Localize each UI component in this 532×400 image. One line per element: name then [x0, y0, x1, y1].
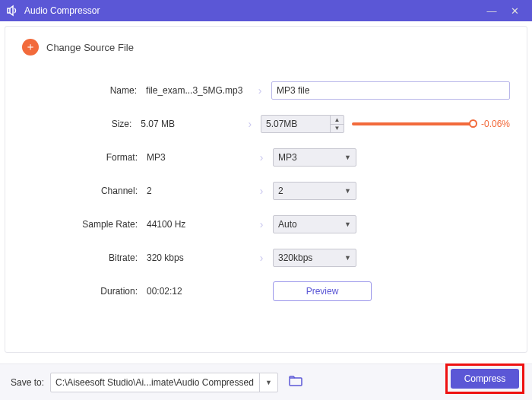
bitrate-select[interactable]: 320kbps ▼	[273, 249, 356, 267]
arrow-icon: ›	[239, 118, 260, 130]
arrow-icon: ›	[249, 84, 271, 97]
size-spinner-value: 5.07MB	[266, 119, 297, 129]
chevron-down-icon[interactable]: ▼	[259, 373, 277, 392]
arrow-icon: ›	[250, 218, 273, 230]
arrow-icon: ›	[250, 151, 273, 163]
svg-rect-1	[290, 378, 302, 386]
channel-select-value: 2	[278, 186, 283, 196]
chevron-down-icon: ▼	[344, 183, 351, 199]
chevron-down-icon: ▼	[344, 216, 351, 233]
main-panel: ＋ Change Source File Name: file_exam...3…	[5, 26, 527, 353]
size-percent: -0.06%	[481, 119, 510, 129]
size-slider[interactable]	[352, 122, 473, 125]
compress-highlight: Compress	[445, 363, 524, 394]
titlebar: Audio Compressor — ✕	[0, 0, 532, 21]
save-path-select[interactable]: C:\Aiseesoft Studio\Ai...imate\Audio Com…	[50, 373, 278, 392]
bitrate-select-value: 320kbps	[278, 252, 312, 263]
label-format: Format:	[22, 152, 144, 163]
footer: Save to: C:\Aiseesoft Studio\Ai...imate\…	[0, 363, 532, 400]
app-icon	[6, 5, 18, 17]
spinner-down-icon[interactable]: ▼	[331, 125, 344, 133]
label-sample-rate: Sample Rate:	[22, 219, 144, 230]
arrow-icon: ›	[250, 252, 273, 264]
close-button[interactable]: ✕	[503, 5, 526, 17]
row-bitrate: Bitrate: 320 kbps › 320kbps ▼	[22, 249, 510, 267]
arrow-icon: ›	[250, 185, 273, 197]
label-duration: Duration:	[22, 286, 144, 297]
value-bitrate: 320 kbps	[144, 252, 250, 263]
minimize-button[interactable]: —	[480, 5, 503, 17]
chevron-down-icon: ▼	[344, 249, 351, 266]
label-channel: Channel:	[22, 186, 144, 196]
channel-select[interactable]: 2 ▼	[273, 182, 356, 200]
slider-thumb[interactable]	[469, 119, 477, 128]
row-sample-rate: Sample Rate: 44100 Hz › Auto ▼	[22, 215, 510, 233]
value-size: 5.07 MB	[138, 119, 239, 129]
change-source-label: Change Source File	[46, 42, 134, 53]
plus-icon: ＋	[25, 40, 36, 54]
svg-rect-0	[8, 8, 10, 13]
row-size: Size: 5.07 MB › 5.07MB ▲ ▼ -0.06%	[22, 115, 510, 133]
spinner-up-icon[interactable]: ▲	[331, 116, 344, 125]
row-format: Format: MP3 › MP3 ▼	[22, 148, 510, 167]
save-path-value: C:\Aiseesoft Studio\Ai...imate\Audio Com…	[55, 377, 254, 388]
app-title: Audio Compressor	[24, 5, 480, 16]
row-duration: Duration: 00:02:12 › Preview	[22, 282, 510, 300]
sample-rate-select-value: Auto	[278, 219, 297, 230]
change-source-button[interactable]: ＋	[22, 39, 39, 56]
open-folder-button[interactable]	[289, 376, 302, 389]
format-select-value: MP3	[278, 152, 297, 163]
label-size: Size:	[22, 119, 138, 129]
value-channel: 2	[144, 186, 250, 196]
value-format: MP3	[144, 152, 250, 163]
name-input[interactable]	[271, 81, 510, 100]
sample-rate-select[interactable]: Auto ▼	[273, 215, 356, 233]
value-sample-rate: 44100 Hz	[144, 219, 250, 230]
preview-button[interactable]: Preview	[273, 281, 372, 301]
label-name: Name:	[22, 85, 143, 96]
value-duration: 00:02:12	[144, 286, 250, 297]
row-name: Name: file_exam...3_5MG.mp3 ›	[22, 81, 510, 100]
source-row: ＋ Change Source File	[22, 39, 510, 56]
form: Name: file_exam...3_5MG.mp3 › Size: 5.07…	[22, 81, 510, 300]
chevron-down-icon: ▼	[344, 149, 351, 166]
compress-button[interactable]: Compress	[451, 369, 519, 389]
size-spinner[interactable]: 5.07MB ▲ ▼	[261, 115, 344, 133]
save-to-label: Save to:	[11, 377, 44, 388]
row-channel: Channel: 2 › 2 ▼	[22, 182, 510, 200]
label-bitrate: Bitrate:	[22, 252, 144, 263]
format-select[interactable]: MP3 ▼	[273, 148, 356, 167]
value-name: file_exam...3_5MG.mp3	[143, 85, 249, 96]
